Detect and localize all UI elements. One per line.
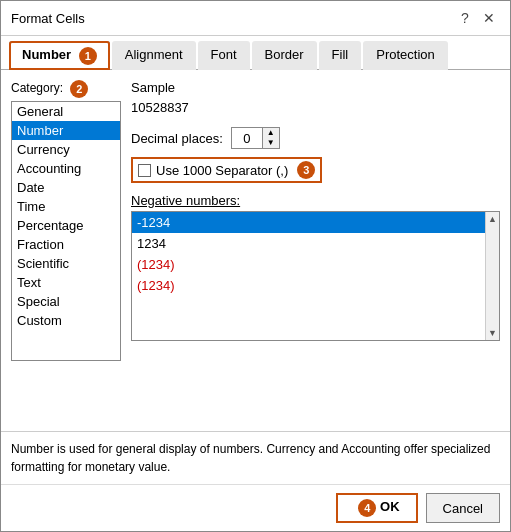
category-date[interactable]: Date [12, 178, 120, 197]
category-percentage[interactable]: Percentage [12, 216, 120, 235]
separator-label: Use 1000 Separator (,) [156, 163, 288, 178]
separator-badge: 3 [297, 161, 315, 179]
tab-alignment[interactable]: Alignment [112, 41, 196, 70]
category-accounting[interactable]: Accounting [12, 159, 120, 178]
title-bar: Format Cells ? ✕ [1, 1, 510, 36]
ok-button[interactable]: 4 OK [336, 493, 417, 523]
spinner-buttons: ▲ ▼ [262, 128, 279, 148]
scrollbar[interactable]: ▲ ▼ [485, 212, 499, 340]
neg-item-1[interactable]: 1234 [132, 233, 485, 254]
decimal-input[interactable] [232, 128, 262, 148]
category-scientific[interactable]: Scientific [12, 254, 120, 273]
category-badge: 2 [70, 80, 88, 98]
category-label: Category: 2 [11, 80, 121, 98]
sample-value: 10528837 [131, 98, 500, 117]
negative-label: Negative numbers: [131, 193, 500, 208]
negative-list-container: -1234 1234 (1234) (1234) ▲ ▼ [131, 211, 500, 341]
category-fraction[interactable]: Fraction [12, 235, 120, 254]
format-cells-dialog: Format Cells ? ✕ Number 1 Alignment Font… [0, 0, 511, 532]
tab-border[interactable]: Border [252, 41, 317, 70]
scroll-up-icon[interactable]: ▲ [488, 214, 497, 224]
negative-section: Negative numbers: -1234 1234 (1234) (123… [131, 193, 500, 421]
title-actions: ? ✕ [454, 7, 500, 29]
footer-description: Number is used for general display of nu… [1, 431, 510, 484]
footer-buttons: 4 OK Cancel [1, 484, 510, 531]
tab-font[interactable]: Font [198, 41, 250, 70]
decimal-spinner[interactable]: ▲ ▼ [231, 127, 280, 149]
sample-section: Sample 10528837 [131, 80, 500, 117]
separator-checkbox[interactable] [138, 164, 151, 177]
dialog-title: Format Cells [11, 11, 85, 26]
cancel-button[interactable]: Cancel [426, 493, 500, 523]
main-content: Category: 2 General Number Currency Acco… [1, 70, 510, 431]
left-panel: Category: 2 General Number Currency Acco… [11, 80, 121, 421]
sample-label: Sample [131, 80, 500, 95]
ok-badge: 4 [358, 499, 376, 517]
category-special[interactable]: Special [12, 292, 120, 311]
category-text[interactable]: Text [12, 273, 120, 292]
category-custom[interactable]: Custom [12, 311, 120, 330]
category-currency[interactable]: Currency [12, 140, 120, 159]
separator-row: Use 1000 Separator (,) 3 [131, 157, 322, 183]
close-button[interactable]: ✕ [478, 7, 500, 29]
neg-item-3[interactable]: (1234) [132, 275, 485, 296]
negative-list[interactable]: -1234 1234 (1234) (1234) [132, 212, 485, 340]
category-general[interactable]: General [12, 102, 120, 121]
tab-number[interactable]: Number 1 [9, 41, 110, 70]
spinner-down[interactable]: ▼ [263, 138, 279, 148]
neg-item-0[interactable]: -1234 [132, 212, 485, 233]
tab-number-badge: 1 [79, 47, 97, 65]
scroll-down-icon[interactable]: ▼ [488, 328, 497, 338]
tab-fill[interactable]: Fill [319, 41, 362, 70]
spinner-up[interactable]: ▲ [263, 128, 279, 138]
category-number[interactable]: Number [12, 121, 120, 140]
tabs-bar: Number 1 Alignment Font Border Fill Prot… [1, 36, 510, 70]
help-button[interactable]: ? [454, 7, 476, 29]
category-time[interactable]: Time [12, 197, 120, 216]
tab-protection[interactable]: Protection [363, 41, 448, 70]
decimal-label: Decimal places: [131, 131, 223, 146]
neg-item-2[interactable]: (1234) [132, 254, 485, 275]
category-list[interactable]: General Number Currency Accounting Date … [11, 101, 121, 361]
separator-wrapper: Use 1000 Separator (,) 3 [131, 157, 500, 183]
right-panel: Sample 10528837 Decimal places: ▲ ▼ [131, 80, 500, 421]
decimal-row: Decimal places: ▲ ▼ [131, 127, 500, 149]
